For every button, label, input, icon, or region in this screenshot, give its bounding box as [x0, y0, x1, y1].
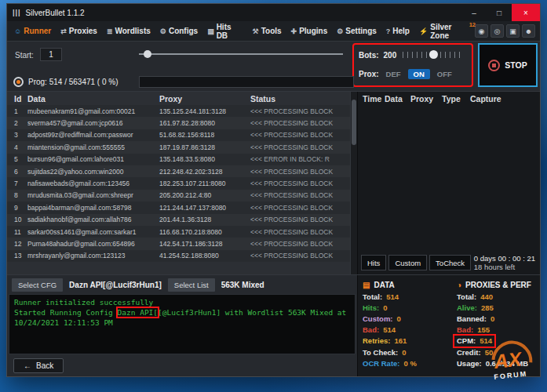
- cell-id: 5: [7, 155, 27, 163]
- nav-item-label: Wordlists: [115, 27, 150, 35]
- stop-button[interactable]: STOP: [478, 43, 538, 87]
- viewer-button[interactable]: ◎: [490, 24, 504, 38]
- stat-row: Retries: 161: [363, 336, 454, 347]
- start-slider[interactable]: [139, 49, 343, 59]
- custom-button[interactable]: Custom: [388, 255, 427, 270]
- nav-item-label: Silver Zone: [430, 23, 470, 40]
- nav-item-label: Configs: [169, 27, 198, 35]
- table-row[interactable]: 8 mrudusmita.03@gmail.com:shreepr 205.20…: [7, 190, 350, 201]
- cell-status: <<< PROCESSING BLOCK: [250, 191, 350, 199]
- table-row[interactable]: 3 adpost99z@rediffmail.com:passwor 51.68…: [7, 129, 350, 141]
- cell-id: 4: [7, 143, 27, 151]
- back-row: ← Back: [7, 354, 357, 376]
- cell-data: sujitdas22@yahoo.com:win2000: [27, 168, 159, 176]
- table-row[interactable]: 10 sadiakhanobf@gmail.com:allah786 201.4…: [7, 214, 350, 226]
- stat-row: Custom: 0: [363, 313, 454, 324]
- selected-wordlist-name: 563K Mixed: [221, 281, 264, 289]
- close-button[interactable]: ×: [512, 4, 540, 21]
- nav-item-proxies[interactable]: ⇄ Proxies: [56, 21, 102, 41]
- user-icon: ☻: [525, 27, 532, 35]
- stat-label: To Check:: [363, 348, 398, 357]
- cell-id: 7: [7, 180, 27, 187]
- titlebar: ||| SilverBullet 1.1.2 – □ ×: [7, 4, 540, 21]
- nav-item-hits-db[interactable]: ▤ Hits DB: [202, 21, 247, 41]
- plugins-icon: ✚: [291, 27, 297, 35]
- stat-row: To Check: 0: [363, 347, 454, 358]
- stat-row: OCR Rate: 0 %: [363, 358, 454, 368]
- stat-value: 440: [480, 292, 493, 301]
- stat-label: Banned:: [457, 314, 487, 323]
- proxy-stats: ◑ PROXIES & PERF Total: 440 Alive: 285 B…: [457, 278, 535, 373]
- account-button[interactable]: ☻: [522, 24, 535, 38]
- tocheck-button[interactable]: ToCheck: [429, 255, 471, 270]
- table-row[interactable]: 5 bursun96@gmail.com:lahore031 135.148.3…: [7, 154, 350, 165]
- stat-value: 0: [402, 348, 406, 357]
- proxy-stats-header: ◑ PROXIES & PERF: [457, 278, 535, 291]
- configs-icon: ⚙: [160, 27, 166, 35]
- hits-table-panel: Time Data Proxy Type Capture Hits Custom…: [357, 92, 540, 274]
- data-stats-header: ▤ DATA: [363, 278, 454, 291]
- stat-row: Usage: 0.64/234 MB: [457, 358, 535, 368]
- scrollbar-thumb[interactable]: [352, 100, 356, 145]
- start-input[interactable]: [40, 48, 62, 61]
- header-data: Data: [27, 94, 159, 103]
- table-row[interactable]: 1 mubeenakram91@gmail.com:00021 135.125.…: [7, 105, 350, 117]
- prox-option-off[interactable]: OFF: [437, 70, 452, 78]
- table-row[interactable]: 9 bappai4barman@gmail.com:58798 121.244.…: [7, 201, 350, 213]
- cell-proxy: 182.253.107.211:8080: [159, 180, 250, 187]
- stat-row: Alive: 285: [457, 302, 535, 313]
- cell-data: sadiakhanobf@gmail.com:allah786: [27, 216, 159, 223]
- nav-item-wordlists[interactable]: ≣ Wordlists: [102, 21, 155, 41]
- minimize-button[interactable]: –: [461, 4, 487, 21]
- cell-proxy: 187.19.87.86:3128: [159, 143, 250, 151]
- header-data: Data: [385, 94, 410, 103]
- header-proxy: Proxy: [410, 94, 442, 103]
- stat-label: CPM:: [457, 336, 476, 345]
- cell-id: 6: [7, 168, 27, 176]
- vertical-scrollbar[interactable]: [350, 92, 357, 274]
- settings-icon: ⚙: [337, 27, 343, 35]
- table-row[interactable]: 13 mrshrayanly@gmail.com:123123 41.254.5…: [7, 250, 350, 262]
- table-row[interactable]: 4 miantension@gmail.com:555555 187.19.87…: [7, 141, 350, 153]
- nav-item-settings[interactable]: ⚙ Settings: [332, 21, 381, 41]
- help-icon: ?: [386, 27, 391, 35]
- nav-item-configs[interactable]: ⚙ Configs: [155, 21, 202, 41]
- table-row[interactable]: 6 sujitdas22@yahoo.com:win2000 212.248.4…: [7, 165, 350, 177]
- nav-items: ☺ Runner ⇄ Proxies ≣ Wordlists ⚙ Configs: [9, 21, 475, 41]
- nav-item-help[interactable]: ? Help: [381, 21, 414, 41]
- discord-button[interactable]: ▣: [506, 24, 520, 38]
- maximize-button[interactable]: □: [487, 4, 512, 21]
- screenshot-button[interactable]: ◉: [475, 24, 488, 38]
- cell-data: mrshrayanly@gmail.com:123123: [27, 252, 159, 260]
- table-row[interactable]: 2 sverma457@gmail.com:jcp0616 161.97.82.…: [7, 117, 350, 129]
- nav-item-label: Help: [392, 27, 410, 35]
- nav-item-runner[interactable]: ☺ Runner: [9, 21, 56, 41]
- runner-data-table: Id Data Proxy Status 1 mubeenakram91@gma…: [7, 92, 350, 274]
- select-cfg-button[interactable]: Select CFG: [12, 278, 63, 292]
- header-status: Status: [250, 94, 350, 103]
- header-id: Id: [7, 94, 27, 103]
- nav-item-tools[interactable]: ⚒ Tools: [248, 21, 286, 41]
- stat-value: 514: [480, 336, 492, 345]
- timer: 0 days 00 : 00 : 21 18 hours left: [474, 254, 537, 271]
- stat-label: Custom:: [363, 314, 393, 323]
- prox-option-on[interactable]: ON: [408, 69, 430, 79]
- cell-status: <<< PROCESSING BLOCK: [250, 252, 350, 260]
- hits-button[interactable]: Hits: [361, 255, 386, 270]
- stat-label: Alive:: [457, 303, 477, 312]
- table-row[interactable]: 7 nafisawebads@gmail.com:123456 182.253.…: [7, 177, 350, 189]
- bots-slider[interactable]: [403, 50, 462, 60]
- hits-footer: Hits Custom ToCheck 0 days 00 : 00 : 21 …: [358, 251, 540, 274]
- slider-handle[interactable]: [144, 50, 151, 58]
- nav-item-plugins[interactable]: ✚ Plugins: [286, 21, 333, 41]
- select-list-button[interactable]: Select List: [168, 278, 215, 292]
- table-row[interactable]: 12 Purna48ahadur@gmail.com:654896 142.54…: [7, 238, 350, 249]
- prox-option-def[interactable]: DEF: [386, 70, 401, 78]
- table-header-row: Id Data Proxy Status: [7, 92, 350, 105]
- header-proxy: Proxy: [159, 94, 250, 103]
- selected-config-name: Dazn API[@Lucif3rHun1]: [69, 281, 162, 289]
- nav-item-silver-zone[interactable]: ⚡ Silver Zone 12: [414, 21, 475, 41]
- table-row[interactable]: 11 sarkar00ss1461@gmail.com:sarkar1 116.…: [7, 226, 350, 238]
- back-button[interactable]: ← Back: [13, 358, 64, 373]
- navbar-icon-buttons: ◉ ◎ ▣ ☻: [475, 24, 538, 38]
